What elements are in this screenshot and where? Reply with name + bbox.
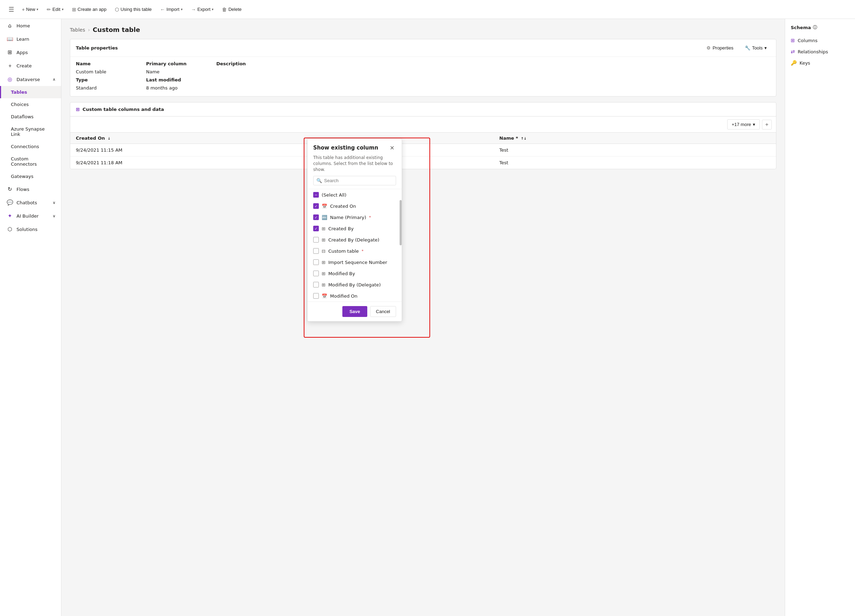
- sidebar-item-home[interactable]: ⌂ Home: [0, 19, 61, 32]
- primary-col-label: Primary column: [146, 61, 216, 66]
- modal-item-import-seq[interactable]: ⊞ Import Sequence Number: [308, 257, 402, 268]
- import-button[interactable]: ← Import ▾: [156, 5, 186, 14]
- export-icon: →: [191, 7, 196, 12]
- checkbox-created-by-delegate[interactable]: [313, 237, 319, 243]
- apps-icon: ⊞: [7, 49, 13, 55]
- cell-created-on-1: 9/24/2021 11:15 AM: [70, 144, 494, 157]
- edit-chevron-icon: ▾: [62, 8, 64, 11]
- modal-item-label: Created By: [328, 226, 354, 231]
- learn-icon: 📖: [7, 36, 13, 42]
- modal-item-label: Name (Primary): [330, 215, 366, 220]
- checkbox-select-all[interactable]: −: [313, 192, 319, 198]
- cell-created-on-2: 9/24/2021 11:18 AM: [70, 157, 494, 169]
- tools-chevron-icon: ▾: [765, 45, 767, 50]
- ai-builder-icon: ✦: [7, 213, 13, 219]
- create-app-icon: ⊞: [72, 7, 76, 12]
- sidebar-item-dataverse[interactable]: ◎ Dataverse ∧: [0, 73, 61, 86]
- hamburger-icon[interactable]: ☰: [6, 3, 17, 16]
- breadcrumb-parent[interactable]: Tables: [70, 27, 85, 33]
- card-header: Table properties ⚙ Properties 🔧 Tools ▾: [70, 39, 776, 57]
- delete-button[interactable]: 🗑 Delete: [218, 5, 245, 14]
- checkbox-custom-table[interactable]: [313, 248, 319, 254]
- modal-cancel-button[interactable]: Cancel: [370, 306, 396, 317]
- modal-close-button[interactable]: ✕: [388, 144, 396, 152]
- table-row: 9/24/2021 11:18 AM Test: [70, 157, 776, 169]
- checkbox-modified-by[interactable]: [313, 271, 319, 276]
- more-columns-button[interactable]: +17 more ▾: [727, 119, 760, 130]
- sidebar-item-tables[interactable]: Tables: [0, 86, 61, 98]
- modal-item-created-by[interactable]: ✓ ⊞ Created By: [308, 223, 402, 234]
- modal-header: Show existing column ✕: [308, 139, 402, 155]
- more-chevron-icon: ▾: [753, 122, 755, 127]
- sidebar-item-connections[interactable]: Connections: [0, 141, 61, 153]
- modal-subtitle: This table has additional existing colum…: [308, 155, 402, 176]
- export-button[interactable]: → Export ▾: [187, 5, 218, 14]
- breadcrumb-current: Custom table: [93, 26, 140, 34]
- modal-item-modified-by[interactable]: ⊞ Modified By: [308, 268, 402, 279]
- toolbar: ☰ + New ▾ ✏ Edit ▾ ⊞ Create an app ⬡ Usi…: [0, 0, 855, 19]
- card-header-actions: ⚙ Properties 🔧 Tools ▾: [703, 44, 771, 52]
- table-properties-title: Table properties: [76, 45, 118, 50]
- checkbox-import-seq[interactable]: [313, 259, 319, 265]
- modal-item-created-on[interactable]: ✓ 📅 Created On: [308, 200, 402, 212]
- data-table-title: Custom table columns and data: [83, 107, 164, 112]
- search-icon: 🔍: [316, 178, 322, 183]
- modal-item-select-all[interactable]: − (Select All): [308, 189, 402, 200]
- sidebar-item-create[interactable]: ＋ Create: [0, 59, 61, 73]
- check-icon: −: [315, 193, 317, 197]
- modal-item-name-primary[interactable]: ✓ 🔤 Name (Primary) *: [308, 212, 402, 223]
- name-sort-icon: ↑↓: [521, 136, 527, 141]
- table-properties-grid: Name Primary column Description Custom t…: [70, 57, 776, 96]
- properties-button[interactable]: ⚙ Properties: [703, 44, 737, 52]
- last-modified-value: 8 months ago: [146, 85, 216, 90]
- schema-item-columns[interactable]: ⊞ Columns: [785, 35, 855, 46]
- create-app-button[interactable]: ⊞ Create an app: [69, 5, 110, 14]
- sidebar-item-gateways[interactable]: Gateways: [0, 170, 61, 182]
- modal-item-modified-by-delegate[interactable]: ⊞ Modified By (Delegate): [308, 279, 402, 290]
- scrollbar-thumb[interactable]: [400, 200, 402, 245]
- checkbox-modified-on[interactable]: [313, 293, 319, 299]
- sidebar-item-apps[interactable]: ⊞ Apps: [0, 46, 61, 59]
- modal-item-modified-on[interactable]: 📅 Modified On: [308, 290, 402, 301]
- sidebar-item-learn[interactable]: 📖 Learn: [0, 32, 61, 46]
- modal-item-label: Modified On: [330, 293, 357, 299]
- table-body: 9/24/2021 11:15 AM Test 9/24/2021 11:18 …: [70, 144, 776, 169]
- modal-item-custom-table[interactable]: ⊟ Custom table *: [308, 245, 402, 257]
- sidebar-item-custom-connectors[interactable]: Custom Connectors: [0, 153, 61, 170]
- edit-button[interactable]: ✏ Edit ▾: [43, 5, 67, 14]
- columns-icon: ⊞: [791, 38, 795, 43]
- modal-item-label: Created By (Delegate): [328, 237, 379, 243]
- sidebar-item-azure[interactable]: Azure Synapse Link: [0, 123, 61, 141]
- calendar-icon-2: 📅: [322, 293, 327, 299]
- sidebar-item-solutions[interactable]: ⬡ Solutions: [0, 223, 61, 236]
- sidebar-item-chatbots[interactable]: 💬 Chatbots ∨: [0, 196, 61, 209]
- tools-button[interactable]: 🔧 Tools ▾: [741, 44, 771, 52]
- export-chevron-icon: ▾: [212, 8, 213, 11]
- main-layout: ⌂ Home 📖 Learn ⊞ Apps ＋ Create ◎ Dataver…: [0, 19, 855, 616]
- data-table-card: ⊞ Custom table columns and data +17 more…: [70, 102, 776, 169]
- sidebar-item-choices[interactable]: Choices: [0, 98, 61, 110]
- modal-search-input[interactable]: [324, 178, 393, 183]
- sidebar-item-flows[interactable]: ↻ Flows: [0, 182, 61, 196]
- sidebar-item-ai-builder[interactable]: ✦ AI Builder ∨: [0, 209, 61, 223]
- keys-icon: 🔑: [791, 60, 797, 66]
- create-icon: ＋: [7, 63, 13, 69]
- add-column-button[interactable]: +: [762, 120, 772, 130]
- checkbox-created-by[interactable]: ✓: [313, 226, 319, 231]
- chatbots-icon: 💬: [7, 199, 13, 206]
- modal-save-button[interactable]: Save: [342, 306, 367, 317]
- checkbox-name-primary[interactable]: ✓: [313, 214, 319, 220]
- sidebar-item-dataflows[interactable]: Dataflows: [0, 110, 61, 123]
- schema-item-keys[interactable]: 🔑 Keys: [785, 57, 855, 69]
- checkbox-modified-by-delegate[interactable]: [313, 282, 319, 287]
- checkbox-created-on[interactable]: ✓: [313, 203, 319, 209]
- dataverse-icon: ◎: [7, 76, 13, 83]
- plus-icon: +: [22, 7, 25, 12]
- modal-item-created-by-delegate[interactable]: ⊞ Created By (Delegate): [308, 234, 402, 245]
- using-table-button[interactable]: ⬡ Using this table: [111, 5, 155, 14]
- schema-item-relationships[interactable]: ⇄ Relationships: [785, 46, 855, 57]
- col-name[interactable]: Name * ↑↓: [494, 133, 776, 144]
- new-button[interactable]: + New ▾: [18, 5, 42, 14]
- col-created-on[interactable]: Created On ↓: [70, 133, 494, 144]
- primary-col-value: Name: [146, 69, 216, 75]
